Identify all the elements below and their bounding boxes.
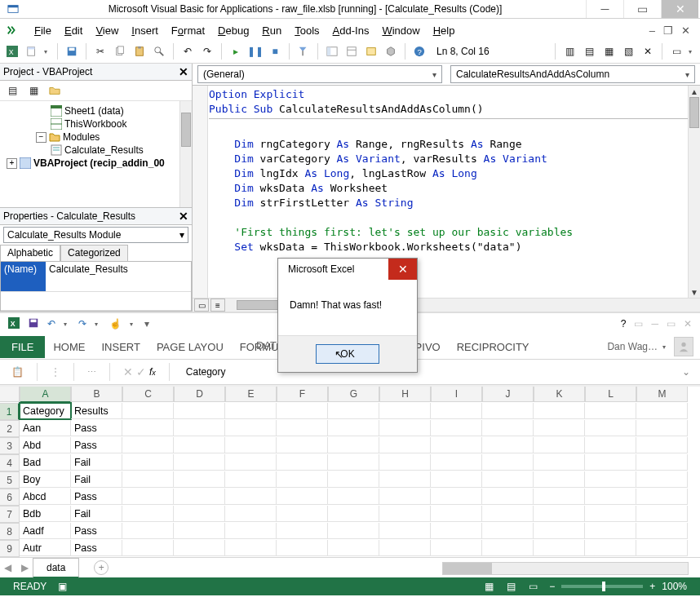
sheet-nav-prev-icon[interactable]: ◀ bbox=[4, 562, 11, 573]
code-horizontal-scrollbar[interactable]: ▭ ≡ bbox=[193, 298, 700, 312]
cell[interactable] bbox=[328, 506, 379, 522]
cell[interactable] bbox=[431, 489, 482, 505]
cell[interactable] bbox=[482, 506, 534, 522]
column-header[interactable]: F bbox=[277, 387, 328, 402]
cell[interactable]: Fail bbox=[71, 506, 122, 522]
cell[interactable] bbox=[122, 540, 174, 556]
macro-record-icon[interactable]: ▣ bbox=[58, 581, 67, 592]
cell[interactable] bbox=[379, 454, 431, 471]
cell[interactable]: Fail bbox=[71, 454, 122, 471]
cell[interactable] bbox=[585, 471, 636, 488]
view-page-break-icon[interactable]: ▭ bbox=[529, 581, 538, 592]
cell[interactable] bbox=[328, 454, 379, 471]
cell[interactable] bbox=[174, 540, 225, 556]
tree-item[interactable]: Sheet1 (data) bbox=[64, 105, 124, 117]
cell[interactable] bbox=[328, 471, 379, 488]
zoom-slider[interactable] bbox=[561, 585, 643, 588]
cell[interactable] bbox=[534, 540, 585, 556]
cell[interactable] bbox=[636, 489, 688, 505]
customize-qat-icon[interactable]: ▾ bbox=[144, 318, 149, 330]
cell[interactable] bbox=[379, 403, 431, 419]
cell[interactable] bbox=[636, 523, 688, 539]
cell[interactable] bbox=[277, 403, 328, 419]
code-editor[interactable]: Option ExplicitPublic Sub CalculateResul… bbox=[209, 87, 689, 254]
maximize-button[interactable]: ▭ bbox=[623, 0, 661, 18]
cell[interactable] bbox=[534, 420, 585, 436]
cell[interactable] bbox=[585, 506, 636, 522]
code-procedure-dropdown[interactable]: CalculateResultsAndAddAsColumn bbox=[450, 65, 695, 83]
cell[interactable] bbox=[534, 403, 585, 419]
column-header[interactable]: H bbox=[379, 387, 431, 402]
cell[interactable] bbox=[122, 454, 174, 471]
undo-icon[interactable]: ↶ bbox=[180, 44, 195, 59]
fx-icon[interactable]: fx bbox=[149, 366, 156, 378]
cell[interactable] bbox=[431, 403, 482, 419]
window-list-icon[interactable]: ▥ bbox=[562, 44, 577, 59]
row-header[interactable]: 2 bbox=[0, 420, 20, 437]
cell[interactable] bbox=[585, 454, 636, 471]
cell[interactable] bbox=[277, 471, 328, 488]
cell[interactable]: Autr bbox=[20, 540, 71, 556]
cell[interactable]: Abd bbox=[20, 437, 71, 453]
properties-object-dropdown[interactable]: Calculate_Results Module▾ bbox=[3, 227, 188, 243]
redo-icon[interactable]: ↷ bbox=[78, 318, 86, 330]
cell[interactable] bbox=[585, 403, 636, 419]
cell[interactable] bbox=[585, 420, 636, 436]
cell[interactable] bbox=[534, 437, 585, 453]
touch-mode-icon[interactable]: ☝ bbox=[109, 318, 122, 330]
column-header[interactable]: I bbox=[431, 387, 482, 402]
ribbon-tab-home[interactable]: HOME bbox=[45, 336, 93, 358]
cell[interactable] bbox=[122, 471, 174, 488]
column-header[interactable]: K bbox=[534, 387, 585, 402]
row-header[interactable]: 4 bbox=[0, 454, 20, 471]
column-header[interactable]: A bbox=[20, 387, 71, 403]
cell[interactable] bbox=[174, 471, 225, 488]
excel-icon[interactable]: X bbox=[5, 44, 20, 59]
cell[interactable]: Fail bbox=[71, 471, 122, 488]
zoom-level-label[interactable]: 100% bbox=[662, 581, 687, 592]
tree-collapse-icon[interactable]: − bbox=[36, 132, 47, 143]
paste-icon[interactable]: 📋 bbox=[11, 366, 24, 378]
cell[interactable] bbox=[225, 489, 277, 505]
cell[interactable] bbox=[379, 540, 431, 556]
cell[interactable] bbox=[174, 523, 225, 539]
cell[interactable]: Aan bbox=[20, 420, 71, 436]
add-sheet-button[interactable]: + bbox=[94, 560, 109, 575]
row-header[interactable]: 9 bbox=[0, 540, 20, 557]
cell[interactable] bbox=[328, 420, 379, 436]
property-name-value[interactable]: Calculate_Results bbox=[46, 262, 191, 292]
row-header[interactable]: 7 bbox=[0, 506, 20, 523]
undo-icon[interactable]: ↶ bbox=[47, 318, 55, 330]
cell[interactable] bbox=[277, 506, 328, 522]
break-icon[interactable]: ❚❚ bbox=[248, 44, 263, 59]
row-header[interactable]: 5 bbox=[0, 471, 20, 489]
zoom-out-button[interactable]: − bbox=[549, 581, 555, 592]
bookmark-icon[interactable]: ▭ bbox=[669, 44, 684, 59]
ribbon-tab-insert[interactable]: INSERT bbox=[93, 336, 148, 358]
cell[interactable] bbox=[482, 471, 534, 488]
cell[interactable] bbox=[431, 506, 482, 522]
cell[interactable] bbox=[482, 454, 534, 471]
project-explorer-icon[interactable] bbox=[325, 44, 339, 59]
cell[interactable] bbox=[534, 523, 585, 539]
menu-file[interactable]: File bbox=[28, 22, 58, 39]
procedure-view-icon[interactable]: ≡ bbox=[210, 299, 225, 312]
cell[interactable] bbox=[431, 437, 482, 453]
cell[interactable] bbox=[328, 523, 379, 539]
user-name-label[interactable]: Dan Wag… bbox=[607, 341, 658, 352]
tree-expand-icon[interactable]: + bbox=[7, 158, 17, 169]
menu-tools[interactable]: Tools bbox=[288, 22, 326, 39]
cell[interactable] bbox=[174, 437, 225, 453]
code-object-dropdown[interactable]: (General) bbox=[197, 65, 442, 83]
cascade-icon[interactable]: ▧ bbox=[621, 44, 636, 59]
menu-view[interactable]: View bbox=[89, 22, 125, 39]
cell[interactable] bbox=[379, 523, 431, 539]
formula-bar-input[interactable]: Category bbox=[181, 364, 671, 380]
cell[interactable]: Abcd bbox=[20, 489, 71, 505]
insert-module-icon[interactable] bbox=[24, 44, 39, 59]
run-continue-icon[interactable]: ▸ bbox=[228, 44, 243, 59]
close-button[interactable]: ✕ bbox=[661, 0, 698, 18]
reset-icon[interactable]: ■ bbox=[268, 44, 282, 59]
cell[interactable] bbox=[174, 454, 225, 471]
cell[interactable] bbox=[225, 403, 277, 419]
